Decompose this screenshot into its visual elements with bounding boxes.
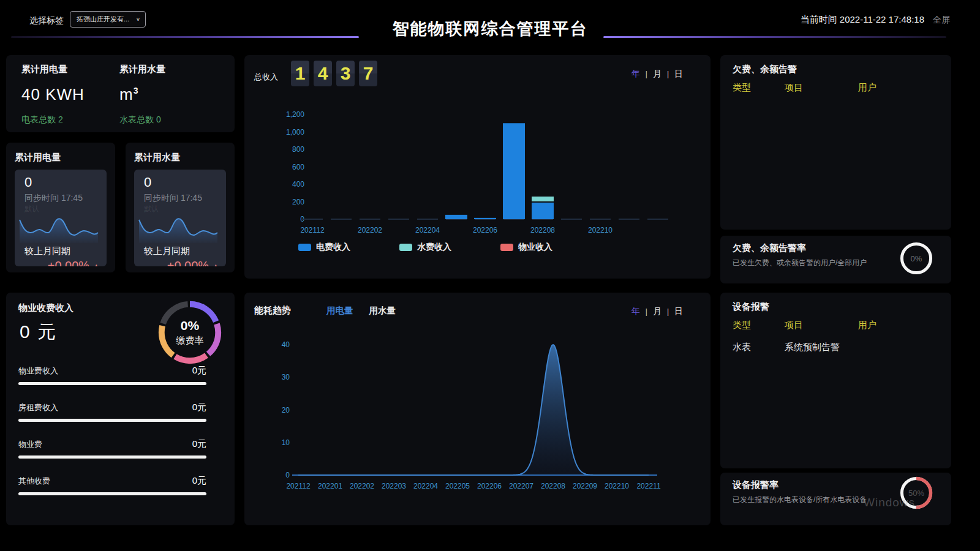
chevron-down-icon: ∨ [136, 17, 140, 22]
panel-subtitle: 已发生报警的水电表设备/所有水电表设备 [733, 495, 867, 505]
card-body: 0 同步时间 17:45 默认 较上月同期 +0.00% ▲ [15, 170, 107, 266]
tag-select-dropdown[interactable]: 拓强山庄开发有... ∨ [70, 11, 146, 28]
tag-select-label: 选择标签 [29, 15, 64, 26]
list-item: 其他收费0元 [18, 475, 206, 512]
trend-line [298, 345, 649, 475]
legend-item[interactable]: 电费收入 [298, 242, 399, 253]
legend-swatch [298, 244, 311, 251]
device-alarm-panel: 设备报警 类型项目用户水表系统预制告警 [720, 293, 951, 468]
counter-digit: 4 [314, 61, 332, 86]
period-tab-1[interactable]: 年 [631, 69, 640, 80]
energy-area-chart: 0102030402021122022012022022022032022042… [251, 329, 704, 513]
legend-label: 电费收入 [316, 242, 350, 253]
y-axis-label: 400 [292, 180, 304, 189]
x-axis-label: 202112 [300, 226, 324, 234]
x-axis-label: 202210 [605, 482, 629, 490]
period-tab-2[interactable]: 月 [653, 69, 662, 80]
ring-percentage: 0% [899, 241, 934, 276]
panel-title: 欠费、余额告警 [733, 64, 797, 75]
bar [532, 197, 554, 201]
water-summary: 累计用水量 m3 水表总数 0 [119, 64, 165, 126]
y-axis-label: 600 [292, 163, 304, 171]
panel-subtitle: 已发生欠费、或余额告警的用户/全部用户 [733, 258, 867, 268]
legend-item[interactable]: 水费收入 [399, 242, 500, 253]
income-breakdown-list: 物业费收入0元 房租费收入0元 物业费0元 其他收费0元 [18, 365, 206, 512]
period-tab-3[interactable]: 日 [674, 306, 683, 317]
sync-time: 同步时间 17:45 [24, 193, 83, 204]
card-value: 0 [24, 174, 32, 190]
current-time: 当前时间 2022-11-22 17:48:18 [801, 14, 924, 26]
table-cell [858, 342, 941, 353]
energy-trend-panel: 能耗趋势 用电量用水量 年|月|日 0102030402021122022012… [244, 293, 710, 525]
total-revenue-panel: 总收入 1437 年|月|日 02004006008001,0001,20020… [244, 55, 710, 279]
period-tabs: 年|月|日 [631, 69, 683, 80]
period-tab-3[interactable]: 日 [674, 69, 683, 80]
card-title: 累计用电量 [15, 152, 61, 163]
tag-select-value: 拓强山庄开发有... [77, 15, 134, 24]
property-income-panel: 物业收费收入 0 元 0% 缴费率 物业费收入0元 房租费收入0元 物业费0元 … [6, 293, 235, 525]
y-axis-label: 1,200 [286, 110, 304, 119]
y-axis-label: 10 [282, 438, 290, 447]
page-title: 智能物联网综合管理平台 [393, 18, 588, 40]
electric-summary: 累计用电量 40 KWH 电表总数 2 [21, 64, 85, 126]
y-axis-label: 800 [292, 145, 304, 154]
bar [474, 218, 496, 219]
x-axis-label: 202204 [415, 226, 440, 234]
x-axis-label: 202204 [413, 482, 438, 490]
table-header: 类型 [733, 320, 785, 331]
area-fill [298, 345, 649, 475]
electric-meter-count: 电表总数 2 [21, 114, 85, 126]
y-axis-label: 0 [285, 471, 290, 479]
fullscreen-button[interactable]: 全屏 [933, 15, 950, 26]
arrears-alarm-panel: 欠费、余额告警 类型项目用户 [720, 55, 951, 230]
counter-digit: 7 [359, 61, 377, 86]
x-axis-label: 202202 [358, 226, 382, 234]
compare-label: 较上月同期 [144, 246, 190, 257]
water-meter-count: 水表总数 0 [119, 114, 165, 126]
sparkline-chart [18, 214, 99, 243]
legend-swatch [500, 244, 513, 251]
x-axis-label: 202205 [445, 482, 470, 490]
y-axis-label: 1,000 [286, 128, 304, 137]
x-axis-label: 202112 [286, 482, 310, 490]
tab-separator: | [667, 307, 669, 316]
y-axis-label: 40 [282, 340, 290, 349]
x-axis-label: 202208 [541, 482, 565, 490]
x-axis-label: 202208 [530, 226, 555, 234]
y-axis-label: 30 [282, 373, 290, 381]
x-axis-label: 202209 [573, 482, 597, 490]
legend-item[interactable]: 物业收入 [500, 242, 601, 253]
device-alarm-table: 类型项目用户水表系统预制告警 [733, 320, 941, 353]
x-axis-label: 202206 [477, 482, 502, 490]
period-tab-2[interactable]: 月 [653, 306, 662, 317]
electric-summary-value: 40 KWH [21, 85, 85, 104]
card-value: 0 [144, 174, 151, 190]
metric-tab[interactable]: 用水量 [369, 305, 396, 317]
header-divider-right [603, 36, 946, 38]
panel-title: 设备报警 [733, 301, 769, 313]
progress-bar [18, 455, 206, 459]
counter-digit: 3 [336, 61, 355, 86]
x-axis-label: 202210 [588, 226, 612, 234]
delta-value: +0.00% ▲ [48, 259, 100, 266]
header-divider-left [11, 36, 359, 38]
table-header: 用户 [858, 82, 941, 94]
tab-separator: | [646, 70, 647, 78]
panel-title: 设备报警率 [733, 479, 778, 491]
metric-tabs: 用电量用水量 [326, 305, 396, 317]
x-axis-label: 202206 [473, 226, 497, 234]
ghost-label: 默认 [24, 204, 39, 214]
alarm-rate-ring: 0% [899, 241, 934, 276]
arrears-alarm-rate-panel: 欠费、余额告警率 已发生欠费、或余额告警的用户/全部用户 0% [720, 236, 951, 283]
card-body: 0 同步时间 17:45 默认 较上月同期 +0.00% ▲ [134, 170, 226, 266]
x-axis-label: 202201 [318, 482, 342, 490]
revenue-flip-counter: 1437 [291, 61, 377, 86]
water-summary-value: m3 [119, 85, 165, 104]
list-item: 物业费收入0元 [18, 365, 206, 402]
up-triangle-icon: ▲ [92, 261, 100, 267]
table-header: 用户 [858, 320, 941, 331]
period-tab-1[interactable]: 年 [631, 306, 640, 317]
period-tabs: 年|月|日 [631, 306, 683, 317]
metric-tab[interactable]: 用电量 [326, 305, 353, 317]
panel-title: 能耗趋势 [254, 305, 291, 317]
